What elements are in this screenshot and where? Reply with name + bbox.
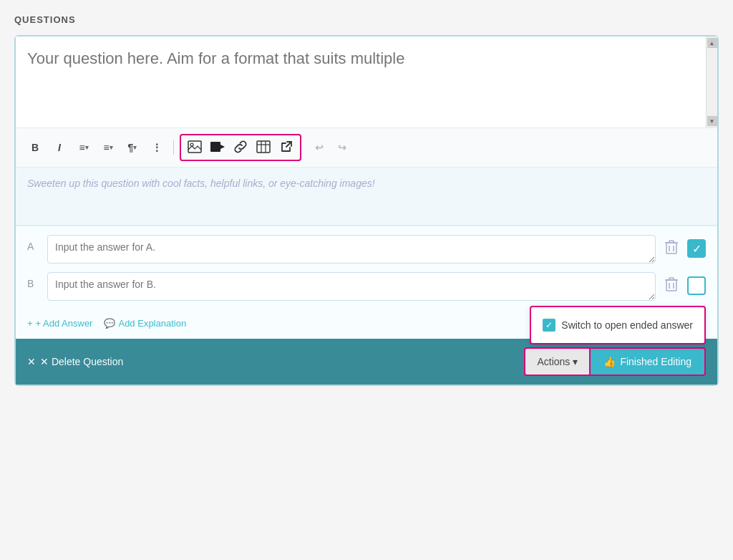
add-answer-plus-icon: + [27, 318, 33, 329]
link-button[interactable] [230, 137, 251, 158]
more-button[interactable]: ⋮ [146, 137, 168, 158]
add-answer-label: + Add Answer [36, 318, 93, 329]
add-explanation-link[interactable]: 💬 Add Explanation [104, 318, 186, 329]
ordered-list-button[interactable]: ≡ ▾ [73, 137, 94, 158]
image-button[interactable] [184, 137, 205, 158]
question-card: ▲ ▼ B I ≡ ▾ ≡ ▾ ¶ ▾ ⋮ [14, 35, 719, 386]
scrollbar-down[interactable]: ▼ [707, 116, 717, 126]
actions-chevron-icon: ▾ [573, 356, 578, 367]
paragraph-button[interactable]: ¶ ▾ [122, 137, 143, 158]
svg-rect-9 [666, 243, 676, 254]
finished-editing-button[interactable]: 👍 Finished Editing [591, 347, 706, 376]
paragraph-arrow: ▾ [133, 144, 137, 151]
switch-checkbox[interactable]: ✓ [543, 319, 555, 332]
actions-button[interactable]: Actions ▾ [524, 347, 591, 376]
external-link-icon [280, 140, 293, 155]
video-button[interactable] [207, 137, 228, 158]
answer-row-a: A ✓ [27, 235, 706, 264]
svg-line-8 [286, 142, 291, 147]
more-icon: ⋮ [152, 142, 162, 153]
hint-area: Sweeten up this question with cool facts… [16, 168, 717, 225]
image-icon [188, 140, 202, 155]
hint-text: Sweeten up this question with cool facts… [27, 178, 375, 189]
external-link-button[interactable] [276, 137, 297, 158]
question-footer: ✕ ✕ Delete Question ✓ Switch to open end… [16, 339, 717, 385]
switch-check-icon: ✓ [545, 320, 553, 330]
undo-button[interactable]: ↩ [309, 137, 330, 158]
delete-x-icon: ✕ [27, 356, 36, 367]
table-icon [256, 140, 271, 155]
video-icon [210, 141, 225, 155]
link-icon [233, 140, 248, 156]
trash-icon-b [664, 281, 679, 295]
answer-row-b: B [27, 272, 706, 301]
answer-input-b[interactable] [47, 272, 656, 301]
question-textarea[interactable] [16, 37, 717, 125]
svg-rect-4 [257, 141, 270, 153]
trash-icon-a [664, 243, 679, 258]
scrollbar-track[interactable]: ▲ ▼ [706, 37, 717, 127]
bold-button[interactable]: B [24, 137, 46, 158]
page-title: QUESTIONS [14, 14, 719, 25]
check-icon-a: ✓ [692, 242, 702, 256]
actions-label: Actions [537, 356, 570, 367]
actions-dropdown: ✓ Switch to open ended answer [530, 306, 706, 344]
switch-to-open-ended-item[interactable]: ✓ Switch to open ended answer [531, 312, 704, 339]
italic-button[interactable]: I [49, 137, 70, 158]
svg-rect-2 [210, 142, 220, 152]
answer-check-b[interactable] [687, 276, 706, 295]
scrollbar-up[interactable]: ▲ [707, 38, 717, 48]
unordered-list-arrow: ▾ [110, 144, 113, 151]
ordered-list-arrow: ▾ [85, 144, 89, 151]
finished-editing-label: Finished Editing [620, 356, 691, 367]
toolbar-separator-1 [173, 140, 174, 155]
switch-to-open-ended-label: Switch to open ended answer [561, 319, 693, 331]
table-button[interactable] [253, 137, 274, 158]
delete-question-label: ✕ Delete Question [40, 356, 123, 367]
question-textarea-wrapper: ▲ ▼ [16, 37, 717, 128]
unordered-list-icon: ≡ [103, 142, 109, 153]
answer-delete-b[interactable] [661, 272, 681, 300]
question-text-section: ▲ ▼ B I ≡ ▾ ≡ ▾ ¶ ▾ ⋮ [16, 37, 717, 226]
footer-right: ✓ Switch to open ended answer Actions ▾ … [524, 347, 706, 376]
undo-redo-group: ↩ ↪ [309, 137, 353, 158]
chat-icon: 💬 [104, 318, 115, 329]
toolbar: B I ≡ ▾ ≡ ▾ ¶ ▾ ⋮ [16, 128, 717, 168]
answer-check-a[interactable]: ✓ [687, 239, 706, 258]
answer-label-b: B [27, 272, 42, 289]
answer-delete-a[interactable] [661, 235, 681, 263]
add-explanation-label: Add Explanation [118, 318, 186, 329]
answer-label-a: A [27, 235, 42, 252]
ordered-list-icon: ≡ [79, 142, 84, 153]
delete-question-button[interactable]: ✕ ✕ Delete Question [27, 356, 123, 367]
svg-rect-16 [666, 280, 676, 291]
answers-section: A ✓ [16, 226, 717, 318]
toolbar-media-group [180, 134, 301, 161]
svg-marker-3 [220, 145, 225, 149]
unordered-list-button[interactable]: ≡ ▾ [97, 137, 119, 158]
thumbs-up-icon: 👍 [603, 356, 616, 367]
svg-rect-0 [188, 141, 201, 153]
answer-input-a[interactable] [47, 235, 656, 264]
add-answer-link[interactable]: + + Add Answer [27, 318, 92, 329]
redo-button[interactable]: ↪ [331, 137, 353, 158]
